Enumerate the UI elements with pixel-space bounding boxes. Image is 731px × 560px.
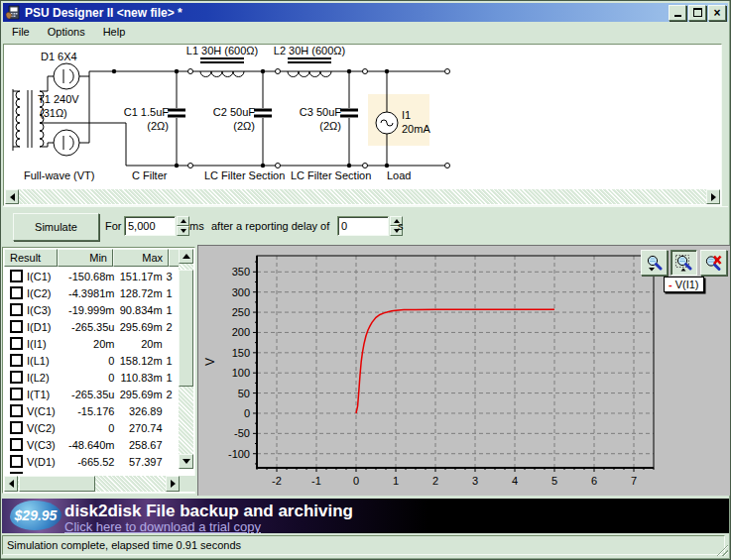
result-max: 110.83m	[114, 372, 162, 384]
table-row[interactable]: I(L2)0110.83m1	[4, 369, 180, 386]
close-button[interactable]: ×	[708, 5, 726, 21]
result-min: -4.3981m	[66, 287, 114, 299]
result-name: V(C2)	[27, 422, 66, 434]
table-row[interactable]: I(D1)-265.35u295.69m2	[4, 318, 180, 335]
scroll-right-button[interactable]	[706, 189, 720, 204]
table-row[interactable]: V(I1)-48.640m258.67	[4, 470, 180, 474]
scroll-up-button[interactable]	[179, 249, 193, 264]
table-row[interactable]: V(C1)-15.176326.89	[4, 402, 180, 419]
label-l2: L2 30H (600Ω)	[274, 47, 345, 56]
scroll-track[interactable]	[19, 189, 706, 204]
scroll-down-button[interactable]	[179, 454, 193, 469]
result-checkbox[interactable]	[10, 421, 23, 434]
capacitor-c2	[254, 71, 272, 166]
scroll-thumb[interactable]	[19, 476, 95, 492]
scroll-thumb[interactable]	[179, 270, 193, 387]
result-checkbox[interactable]	[10, 371, 23, 384]
y-tick-label: 200	[232, 326, 250, 338]
column-header-result[interactable]: Result	[4, 249, 58, 267]
table-vscrollbar[interactable]	[179, 249, 193, 469]
results-chart[interactable]: -2-101234567-100-50050100150200250300350…	[198, 246, 730, 494]
minimize-button[interactable]	[669, 5, 686, 21]
table-row[interactable]: I(C2)-4.3981m128.72m1	[4, 284, 180, 301]
menu-options[interactable]: Options	[39, 24, 94, 40]
result-checkbox[interactable]	[10, 320, 23, 333]
scroll-right-button[interactable]	[166, 476, 180, 492]
column-header-max[interactable]: Max	[113, 249, 169, 267]
circuit-schematic[interactable]: D1 6X4 T1 240V (31Ω) C1 1.5uF (2Ω) L1 30…	[4, 47, 718, 188]
menu-help[interactable]: Help	[94, 24, 135, 40]
result-checkbox[interactable]	[10, 354, 23, 367]
result-min: -665.52	[66, 456, 114, 468]
section-label-cfilter: C Filter	[132, 169, 167, 181]
table-row[interactable]: V(D1)-665.5257.397	[4, 453, 180, 470]
result-checkbox[interactable]	[10, 303, 23, 316]
table-row[interactable]: I(T1)-265.35u295.69m2	[4, 386, 180, 402]
x-tick-label: 5	[551, 475, 557, 487]
zoom-out-button[interactable]	[641, 250, 668, 276]
y-tick-label: 0	[244, 407, 250, 419]
y-tick-label: 100	[232, 367, 250, 379]
table-row[interactable]: V(C2)0270.74	[4, 419, 180, 436]
result-checkbox[interactable]	[10, 455, 23, 468]
y-tick-label: 250	[232, 306, 250, 318]
arrow-up-icon	[183, 254, 190, 259]
price-text: $29.95	[15, 507, 58, 523]
scroll-left-button[interactable]	[5, 189, 19, 204]
result-min: -265.35u	[66, 321, 114, 333]
title-bar[interactable]: PSU Designer II <new file> * ×	[3, 3, 728, 22]
result-checkbox[interactable]	[10, 388, 23, 400]
y-tick-label: 300	[232, 286, 250, 298]
label-c3-r: (2Ω)	[319, 120, 341, 132]
column-header-min[interactable]: Min	[58, 249, 113, 267]
window-title: PSU Designer II <new file> *	[25, 6, 183, 20]
label-c2: C2 50uF	[213, 106, 255, 118]
duration-input[interactable]	[124, 216, 176, 236]
delay-input[interactable]	[337, 216, 389, 236]
result-max: 270.74	[114, 422, 162, 434]
menu-bar: File Options Help	[3, 22, 728, 42]
result-min: -150.68m	[66, 271, 114, 282]
ad-banner[interactable]: $29.95 disk2disk File backup and archivi…	[2, 499, 729, 533]
table-row[interactable]: V(C3)-48.640m258.67	[4, 436, 180, 453]
result-next-col-partial: 2	[163, 389, 180, 400]
result-checkbox[interactable]	[10, 337, 23, 350]
duration-spinner[interactable]	[177, 216, 189, 236]
x-tick-label: 2	[432, 475, 438, 487]
result-checkbox[interactable]	[10, 286, 23, 299]
arrow-right-icon	[171, 480, 176, 488]
menu-file[interactable]: File	[3, 24, 39, 40]
section-label-lc2: LC Filter Section	[291, 169, 371, 181]
banner-download-link[interactable]: Click here to download a trial copy	[64, 519, 261, 533]
zoom-cancel-button[interactable]	[700, 250, 727, 276]
result-next-col-partial: 1	[163, 372, 180, 384]
label-c1: C1 1.5uF	[124, 106, 170, 118]
table-row[interactable]: I(L1)0158.12m1	[4, 352, 180, 369]
schematic-hscrollbar[interactable]	[5, 189, 720, 204]
result-checkbox[interactable]	[10, 438, 23, 451]
table-row[interactable]: I(C3)-19.999m90.834m1	[4, 301, 180, 318]
maximize-icon	[693, 8, 702, 17]
result-name: V(C1)	[27, 405, 66, 417]
seconds-label: s	[398, 220, 404, 232]
table-hscrollbar[interactable]	[4, 476, 180, 492]
spin-down-button[interactable]	[177, 226, 189, 236]
label-c1-r: (2Ω)	[147, 120, 169, 132]
arrow-down-icon	[181, 229, 186, 233]
result-checkbox[interactable]	[10, 404, 23, 417]
x-tick-label: 3	[472, 475, 478, 487]
table-row[interactable]: I(I1)20m20m	[4, 335, 180, 352]
table-row[interactable]: I(C1)-150.68m151.17m3	[4, 268, 180, 284]
result-min: -19.999m	[66, 304, 114, 316]
chart-legend: -V(I1)	[664, 277, 704, 292]
status-text: Simulation complete, elapsed time 0.91 s…	[7, 539, 241, 551]
result-name: V(C3)	[27, 439, 66, 451]
maximize-button[interactable]	[688, 5, 706, 21]
scroll-left-button[interactable]	[4, 476, 18, 492]
spin-up-button[interactable]	[177, 216, 189, 226]
result-checkbox[interactable]	[10, 472, 23, 474]
zoom-region-button[interactable]	[670, 250, 697, 276]
result-checkbox[interactable]	[10, 270, 23, 282]
x-tick-label: -1	[311, 475, 321, 487]
simulate-button[interactable]: Simulate	[13, 213, 99, 241]
